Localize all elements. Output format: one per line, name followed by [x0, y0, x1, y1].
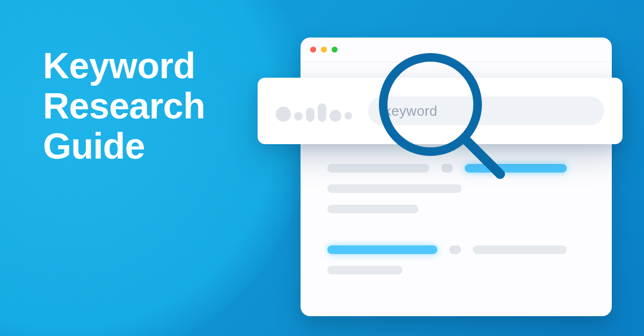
placeholder-line	[441, 164, 453, 173]
window-titlebar	[301, 38, 612, 62]
result-item	[327, 164, 585, 213]
search-bar-card: keyword	[258, 78, 623, 144]
highlighted-keyword-line	[465, 164, 567, 173]
search-input[interactable]: keyword	[368, 96, 604, 125]
close-icon[interactable]	[310, 47, 316, 53]
zoom-icon[interactable]	[332, 47, 338, 53]
page-title: Keyword Research Guide	[43, 46, 205, 166]
result-item	[327, 245, 585, 274]
search-engine-logo	[276, 100, 352, 122]
highlighted-keyword-line	[327, 245, 437, 254]
placeholder-line	[327, 266, 402, 274]
search-query-text: keyword	[384, 103, 437, 120]
placeholder-line	[327, 184, 462, 193]
placeholder-line	[449, 245, 461, 254]
placeholder-line	[327, 205, 419, 213]
placeholder-line	[473, 245, 567, 254]
minimize-icon[interactable]	[321, 47, 327, 53]
placeholder-line	[327, 164, 429, 173]
